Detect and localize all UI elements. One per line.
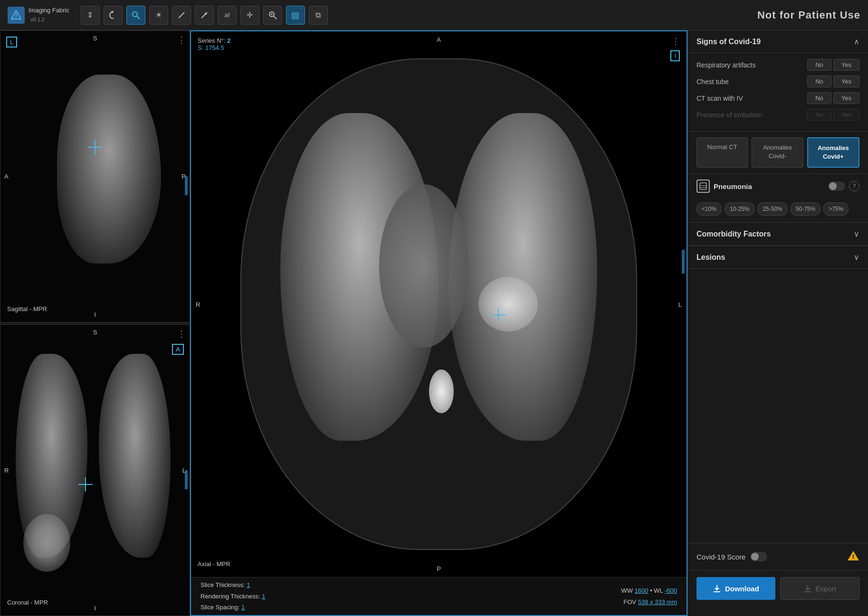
svg-rect-12 (700, 183, 706, 190)
wl-val: -600 (665, 587, 677, 594)
respiratory-no-button[interactable]: No (807, 59, 831, 71)
axial-viewport-name: Axial - MPR (198, 560, 230, 568)
slice-label: S: (198, 44, 205, 51)
watermark: Not for Patient Use (757, 9, 860, 21)
sagittal-viewport-name: Sagittal - MPR (7, 305, 47, 313)
respiratory-artifacts-row: Respiratory artifacts No Yes (696, 59, 859, 71)
pct-lt10-button[interactable]: <10% (696, 202, 722, 216)
footer-right: WW 1600 • WL -600 FOV 538 x 333 mm (621, 585, 677, 607)
svg-point-2 (16, 17, 17, 18)
chest-tube-label: Chest tube (696, 78, 807, 85)
lesions-chevron: ∨ (854, 253, 859, 262)
line-button[interactable] (172, 6, 191, 25)
sagittal-left-label: A (4, 173, 9, 180)
embolism-yes-button: Yes (833, 109, 859, 121)
comorbidity-header[interactable]: Comorbidity Factors ∨ (688, 223, 868, 246)
rotate-button[interactable] (104, 6, 123, 25)
axial-tag: I (670, 50, 680, 61)
slice-spacing-label: Slice Spacing: (200, 604, 239, 611)
axial-more-button[interactable]: ⋮ (671, 36, 680, 47)
sagittal-right-label: P (181, 173, 186, 180)
anomalies-covid-minus-button[interactable]: AnomaliesCovid- (752, 137, 803, 168)
pan-button[interactable]: ✛ (240, 6, 259, 25)
coronal-tag: A (172, 344, 184, 355)
axial-viewport[interactable]: A P R L ⋮ I Series N°: 2 S: 1754.5 (190, 30, 687, 616)
footer-left: Slice Thickness: 1 Rendering Thickness: … (200, 579, 265, 613)
rendering-thickness-val: 1 (262, 593, 265, 600)
pneumonia-row: Pneumonia ? (688, 173, 868, 199)
pneumonia-icon (696, 180, 710, 193)
coronal-left-label: R (4, 466, 9, 474)
respiratory-yes-button[interactable]: Yes (833, 59, 859, 71)
right-panel: Signs of Covid-19 ∧ Respiratory artifact… (687, 30, 868, 616)
scroll-button[interactable]: ⇕ (81, 6, 100, 25)
axial-bottom-label: P (437, 565, 441, 572)
zoom-tool-button[interactable] (126, 6, 145, 25)
lesions-header[interactable]: Lesions ∨ (688, 246, 868, 269)
covid-score-toggle[interactable] (750, 552, 767, 561)
copy-button[interactable]: ⧉ (309, 6, 328, 25)
svg-text:!: ! (852, 553, 854, 560)
covid-signs-chevron: ∧ (854, 37, 859, 46)
covid-signs-title: Signs of Covid-19 (696, 38, 761, 46)
download-label: Download (725, 585, 759, 593)
coronal-viewport[interactable]: S I R L ⋮ A Coronal - MPR A (0, 324, 190, 616)
slice-spacing-val: 1 (241, 604, 245, 611)
viewport-footer: Slice Thickness: 1 Rendering Thickness: … (191, 577, 687, 615)
ct-scan-iv-yes-button[interactable]: Yes (833, 92, 859, 104)
chest-tube-yes-button[interactable]: Yes (833, 76, 859, 87)
ct-scan-iv-no-button[interactable]: No (807, 92, 831, 104)
pneumonia-toggle-knob (829, 182, 837, 190)
magnify-button[interactable] (263, 6, 282, 25)
comorbidity-section: Comorbidity Factors ∨ (688, 222, 868, 246)
pct-10-25-button[interactable]: 10-25% (725, 202, 754, 216)
classification-row: Normal CT AnomaliesCovid- AnomaliesCovid… (688, 131, 868, 173)
pneumonia-label: Pneumonia (714, 182, 824, 190)
series-number: 2 (227, 37, 230, 44)
sagittal-more-button[interactable]: ⋮ (177, 35, 186, 45)
embolism-row: Presence of embolism No Yes (696, 109, 859, 121)
comorbidity-chevron: ∨ (854, 229, 859, 238)
wl-label: WL (654, 587, 663, 594)
pct-gt75-button[interactable]: >75% (823, 202, 849, 216)
app-name: Imaging Fabric (29, 7, 69, 15)
axial-top-label: A (437, 36, 441, 43)
normal-ct-button[interactable]: Normal CT (696, 137, 748, 168)
sagittal-viewport[interactable]: S I A P ⋮ L Sagittal - MPR (0, 30, 190, 322)
warning-icon: ! (847, 550, 859, 563)
coronal-viewport-name: Coronal - MPR (7, 599, 48, 606)
embolism-buttons: No Yes (807, 109, 859, 121)
axial-right-label: L (678, 301, 682, 308)
text-button[interactable]: aI (218, 6, 237, 25)
coronal-more-button[interactable]: ⋮ (177, 329, 186, 339)
ct-scan-iv-label: CT scan with IV (696, 95, 807, 102)
download-button[interactable]: Download (696, 577, 775, 600)
main-area: S I A P ⋮ L Sagittal - MPR S I (0, 30, 868, 616)
brightness-button[interactable]: ☀ (149, 6, 168, 25)
slice-thickness-val: 1 (247, 581, 250, 588)
ww-label: WW (621, 587, 633, 594)
percentage-row: <10% 10-25% 25-50% 50-75% >75% (688, 199, 868, 222)
chest-tube-no-button[interactable]: No (807, 76, 831, 87)
fov-val: 538 x 333 mm (638, 598, 677, 606)
covid-signs-header[interactable]: Signs of Covid-19 ∧ (688, 30, 868, 53)
series-label: Series N°: (198, 37, 227, 44)
coronal-right-label: L (182, 466, 186, 474)
svg-point-3 (133, 12, 137, 17)
chest-tube-row: Chest tube No Yes (696, 76, 859, 87)
arrow-button[interactable] (195, 6, 214, 25)
pct-50-75-button[interactable]: 50-75% (791, 202, 820, 216)
pneumonia-help-button[interactable]: ? (849, 181, 859, 191)
lesions-section: Lesions ∨ (688, 246, 868, 269)
layout-button[interactable]: ▤ (286, 6, 305, 25)
pneumonia-toggle[interactable] (828, 181, 845, 191)
sagittal-top-label: S (93, 35, 97, 42)
pct-25-50-button[interactable]: 25-50% (757, 202, 787, 216)
coronal-top-label: S (93, 329, 97, 336)
export-button[interactable]: Export (780, 577, 860, 600)
anomalies-covid-plus-button[interactable]: AnomaliesCovid+ (807, 137, 859, 168)
respiratory-artifacts-buttons: No Yes (807, 59, 859, 71)
covid-signs-body: Respiratory artifacts No Yes Chest tube … (688, 53, 868, 131)
embolism-no-button: No (807, 109, 831, 121)
series-info: Series N°: 2 S: 1754.5 (198, 37, 231, 51)
